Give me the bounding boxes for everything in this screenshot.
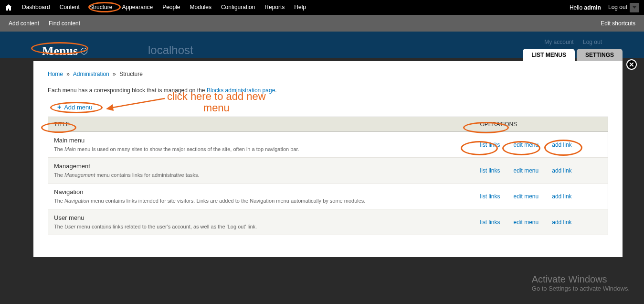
menu-row-title: User menu: [54, 214, 469, 221]
home-icon[interactable]: [5, 4, 12, 11]
add-menu-link[interactable]: + Add menu: [57, 103, 92, 111]
page-title: Menus +: [33, 41, 92, 61]
overlay-header: Menus + LIST MENUS SETTINGS ✕: [33, 41, 623, 61]
logout-link[interactable]: Log out: [608, 0, 627, 15]
nav-modules[interactable]: Modules: [185, 0, 216, 15]
overlay-tabs: LIST MENUS SETTINGS: [521, 49, 623, 61]
table-row: Main menuThe Main menu is used on many s…: [48, 132, 608, 158]
menu-table: TITLE OPERATIONS Main menuThe Main menu …: [48, 117, 608, 235]
th-title: TITLE: [48, 117, 475, 132]
windows-watermark: Activate Windows Go to Settings to activ…: [532, 274, 630, 292]
op-list-links[interactable]: list links: [480, 219, 500, 226]
plus-icon: +: [57, 103, 61, 111]
op-add-link[interactable]: add link: [552, 219, 571, 226]
table-row: NavigationThe Navigation menu contains l…: [48, 184, 608, 209]
breadcrumb-current: Structure: [119, 71, 143, 77]
shortcut-toolbar: Add content Find content Edit shortcuts: [0, 15, 644, 32]
nav-help[interactable]: Help: [289, 0, 311, 15]
op-edit-menu[interactable]: edit menu: [514, 219, 539, 226]
breadcrumb: Home » Administration » Structure: [48, 71, 608, 77]
close-icon[interactable]: ✕: [626, 59, 637, 70]
menu-row-title: Navigation: [54, 188, 469, 195]
op-list-links[interactable]: list links: [480, 141, 500, 148]
op-edit-menu[interactable]: edit menu: [514, 141, 539, 148]
menu-row-desc: The Management menu contains links for a…: [54, 172, 200, 178]
toolbar-dropdown-toggle[interactable]: [630, 3, 639, 12]
nav-structure[interactable]: Structure: [84, 0, 117, 15]
nav-appearance[interactable]: Appearance: [117, 0, 158, 15]
shortcut-add-content[interactable]: Add content: [9, 20, 44, 27]
menu-row-desc: The Main menu is used on many sites to s…: [54, 146, 299, 152]
help-text: Each menu has a corresponding block that…: [48, 87, 608, 94]
breadcrumb-home[interactable]: Home: [48, 71, 63, 77]
edit-shortcuts[interactable]: Edit shortcuts: [596, 20, 635, 27]
nav-reports[interactable]: Reports: [260, 0, 289, 15]
th-operations: OPERATIONS: [475, 117, 608, 132]
nav-people[interactable]: People: [158, 0, 185, 15]
hello-user: Hello admin: [570, 4, 601, 11]
tab-settings[interactable]: SETTINGS: [577, 49, 623, 61]
op-list-links[interactable]: list links: [480, 193, 500, 200]
op-add-link[interactable]: add link: [552, 141, 571, 148]
menu-row-title: Main menu: [54, 137, 469, 144]
menu-row-title: Management: [54, 163, 469, 170]
table-row: User menuThe User menu contains links re…: [48, 209, 608, 235]
nav-configuration[interactable]: Configuration: [216, 0, 260, 15]
blocks-admin-link[interactable]: Blocks administration page: [207, 87, 275, 94]
table-row: ManagementThe Management menu contains l…: [48, 158, 608, 184]
menu-row-desc: The User menu contains links related to …: [54, 224, 257, 229]
nav-content[interactable]: Content: [55, 0, 84, 15]
op-add-link[interactable]: add link: [552, 193, 571, 200]
op-edit-menu[interactable]: edit menu: [514, 193, 539, 200]
nav-dashboard[interactable]: Dashboard: [17, 0, 55, 15]
help-icon[interactable]: +: [81, 48, 87, 54]
op-add-link[interactable]: add link: [552, 167, 571, 174]
overlay: Menus + LIST MENUS SETTINGS ✕ Home » Adm…: [33, 41, 623, 257]
shortcut-find-content[interactable]: Find content: [44, 20, 85, 27]
admin-toolbar: Dashboard Content Structure Appearance P…: [0, 0, 644, 15]
overlay-body: Home » Administration » Structure Each m…: [33, 61, 623, 257]
tab-list-menus[interactable]: LIST MENUS: [523, 49, 575, 61]
op-edit-menu[interactable]: edit menu: [514, 167, 539, 174]
breadcrumb-admin[interactable]: Administration: [73, 71, 109, 77]
op-list-links[interactable]: list links: [480, 167, 500, 174]
menu-row-desc: The Navigation menu contains links inten…: [54, 198, 365, 204]
